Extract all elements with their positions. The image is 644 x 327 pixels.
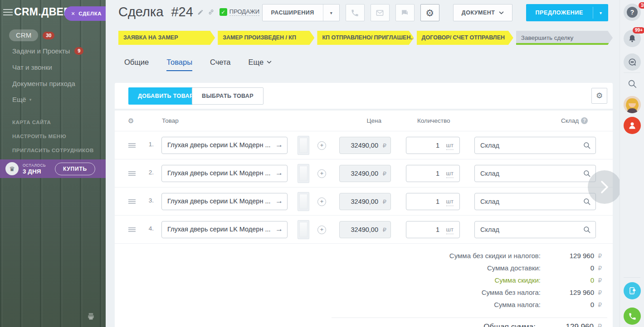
search-button[interactable] bbox=[624, 75, 641, 92]
stage-chip[interactable]: ДОГОВОР/ СЧЕТ ОТПРАВЛЕН bbox=[417, 31, 513, 45]
buy-button[interactable]: КУПИТЬ bbox=[55, 163, 95, 175]
search-icon[interactable] bbox=[583, 197, 591, 207]
product-name-field[interactable]: Глухая дверь серии LK Модерн ... → bbox=[161, 137, 288, 154]
price-field[interactable]: 32490,00 ₽ bbox=[339, 137, 391, 154]
stage-chip[interactable]: КП ОТПРАВЛЕНО/ ПРИГЛАШЕН... bbox=[317, 31, 414, 45]
deal-slider-chip[interactable]: × СДЕЛКА bbox=[64, 6, 106, 21]
email-button[interactable] bbox=[371, 4, 390, 21]
stage-chip-finish[interactable]: Завершить сделку bbox=[516, 31, 613, 45]
help-question-icon[interactable]: ? bbox=[581, 117, 588, 124]
column-settings-gear-icon[interactable]: ⚙ bbox=[128, 117, 134, 125]
pipeline-label[interactable]: ПРОДАЖИ bbox=[229, 8, 259, 16]
open-product-arrow-icon[interactable]: → bbox=[275, 225, 283, 234]
sidebar-item-label[interactable]: CRM bbox=[9, 29, 38, 41]
drag-handle-icon[interactable] bbox=[128, 171, 136, 177]
help-button[interactable]: ? 10 bbox=[624, 4, 641, 21]
tab-more[interactable]: Еще bbox=[249, 58, 272, 67]
sidebar-item-tasks[interactable]: Задачи и Проекты 9 bbox=[12, 47, 83, 55]
settings-gear-button[interactable]: ⚙ bbox=[420, 4, 439, 21]
price-field[interactable]: 32490,00 ₽ bbox=[339, 221, 391, 238]
close-icon[interactable]: × bbox=[71, 10, 75, 17]
unit-selector[interactable]: шт bbox=[446, 142, 454, 150]
table-settings-gear-button[interactable]: ⚙ bbox=[591, 88, 607, 104]
bell-icon bbox=[628, 34, 637, 43]
mobile-app-button[interactable] bbox=[624, 282, 641, 299]
edit-pencil-icon[interactable] bbox=[197, 9, 204, 15]
unit-selector[interactable]: шт bbox=[446, 170, 454, 178]
user-avatar[interactable] bbox=[624, 96, 641, 113]
sidebar-item-label[interactable]: Задачи и Проекты bbox=[12, 47, 70, 55]
stage-chip[interactable]: ЗАЯВКА НА ЗАМЕР bbox=[118, 31, 215, 45]
document-button[interactable]: ДОКУМЕНТ bbox=[453, 4, 512, 21]
quantity-field[interactable]: 1 шт bbox=[406, 193, 460, 210]
quantity-field[interactable]: 1 шт bbox=[406, 137, 460, 154]
warehouse-field[interactable] bbox=[474, 193, 596, 210]
open-product-arrow-icon[interactable]: → bbox=[275, 197, 283, 206]
drag-handle-icon[interactable] bbox=[128, 227, 136, 233]
product-thumbnail[interactable] bbox=[298, 164, 309, 183]
unit-selector[interactable]: шт bbox=[446, 198, 454, 206]
price-field[interactable]: 32490,00 ₽ bbox=[339, 193, 391, 210]
open-product-arrow-icon[interactable]: → bbox=[275, 140, 283, 149]
sidebar-item-label[interactable]: Ещё bbox=[12, 96, 26, 103]
warehouse-input[interactable] bbox=[475, 193, 595, 210]
sidebar-link-configure-menu[interactable]: НАСТРОИТЬ МЕНЮ bbox=[12, 134, 66, 139]
warehouse-input[interactable] bbox=[475, 137, 595, 154]
drag-handle-icon[interactable] bbox=[128, 143, 136, 149]
add-photo-plus-icon[interactable]: + bbox=[317, 169, 326, 178]
drag-handle-icon[interactable] bbox=[128, 199, 136, 205]
search-icon[interactable] bbox=[583, 141, 591, 151]
product-thumbnail[interactable] bbox=[298, 136, 309, 155]
printer-icon[interactable] bbox=[87, 312, 95, 322]
sidebar-link-sitemap[interactable]: КАРТА САЙТА bbox=[12, 120, 51, 125]
call-button[interactable] bbox=[346, 4, 365, 21]
sidebar-link-invite-employees[interactable]: ПРИГЛАСИТЬ СОТРУДНИКОВ bbox=[12, 148, 94, 153]
chat-button[interactable] bbox=[395, 4, 415, 21]
quantity-field[interactable]: 1 шт bbox=[406, 165, 460, 182]
product-thumbnail[interactable] bbox=[298, 192, 309, 211]
add-photo-plus-icon[interactable]: + bbox=[317, 141, 326, 150]
sidebar-item-more[interactable]: Ещё ▾ bbox=[12, 96, 31, 103]
select-product-button[interactable]: ВЫБРАТЬ ТОВАР bbox=[192, 87, 263, 105]
product-name-field[interactable]: Глухая дверь серии LK Модерн ... → bbox=[161, 221, 288, 238]
add-photo-plus-icon[interactable]: + bbox=[317, 197, 326, 206]
sidebar-item-chat[interactable]: Чат и звонки bbox=[12, 63, 52, 71]
product-name-field[interactable]: Глухая дверь серии LK Модерн ... → bbox=[161, 193, 288, 210]
warehouse-field[interactable] bbox=[474, 165, 596, 182]
extensions-button[interactable]: РАСШИРЕНИЯ ▾ bbox=[262, 4, 340, 21]
pipeline-selector[interactable]: ✓ ПРОДАЖИ ▾ bbox=[220, 8, 264, 16]
unit-selector[interactable]: шт bbox=[446, 226, 454, 234]
product-thumbnail[interactable] bbox=[298, 220, 309, 239]
sidebar-item-crm[interactable]: CRM 30 bbox=[9, 29, 54, 41]
open-product-arrow-icon[interactable]: → bbox=[275, 168, 283, 178]
telephony-button[interactable] bbox=[624, 308, 641, 325]
warehouse-input[interactable] bbox=[475, 221, 595, 238]
warehouse-field[interactable] bbox=[474, 221, 596, 238]
warehouse-input[interactable] bbox=[475, 165, 595, 182]
proposal-button[interactable]: ПРЕДЛОЖЕНИЕ ▾ bbox=[526, 4, 608, 21]
table-scroll-right-button[interactable] bbox=[588, 170, 621, 204]
chevron-down-icon[interactable]: ▾ bbox=[323, 5, 339, 21]
sidebar-item-label[interactable]: Документы прихода bbox=[12, 80, 75, 87]
quantity-field[interactable]: 1 шт bbox=[406, 221, 460, 238]
notifications-button[interactable]: 99+ bbox=[624, 30, 641, 47]
sidebar-item-label[interactable]: Чат и звонки bbox=[12, 63, 52, 71]
add-photo-plus-icon[interactable]: + bbox=[317, 226, 326, 234]
crm-counter-badge: 30 bbox=[43, 32, 54, 39]
search-icon[interactable] bbox=[583, 226, 591, 236]
sidebar-item-incoming-docs[interactable]: Документы прихода bbox=[12, 80, 75, 87]
warehouse-field[interactable] bbox=[474, 137, 596, 154]
employees-button[interactable] bbox=[624, 117, 641, 134]
messenger-button[interactable] bbox=[624, 53, 641, 71]
product-name-field[interactable]: Глухая дверь серии LK Модерн ... → bbox=[161, 165, 288, 182]
tab-products[interactable]: Товары bbox=[166, 58, 192, 67]
stage-chip[interactable]: ЗАМЕР ПРОИЗВЕДЕН / КП bbox=[218, 31, 314, 45]
tab-general[interactable]: Общие bbox=[124, 58, 149, 67]
chevron-down-icon[interactable]: ▾ bbox=[593, 4, 608, 21]
hamburger-menu-icon[interactable] bbox=[3, 9, 13, 17]
search-icon[interactable] bbox=[583, 169, 591, 179]
price-field[interactable]: 32490,00 ₽ bbox=[339, 165, 391, 182]
copy-link-icon[interactable] bbox=[208, 9, 215, 15]
column-header-warehouse: Склад ? bbox=[561, 117, 588, 124]
tab-invoices[interactable]: Счета bbox=[210, 58, 231, 67]
